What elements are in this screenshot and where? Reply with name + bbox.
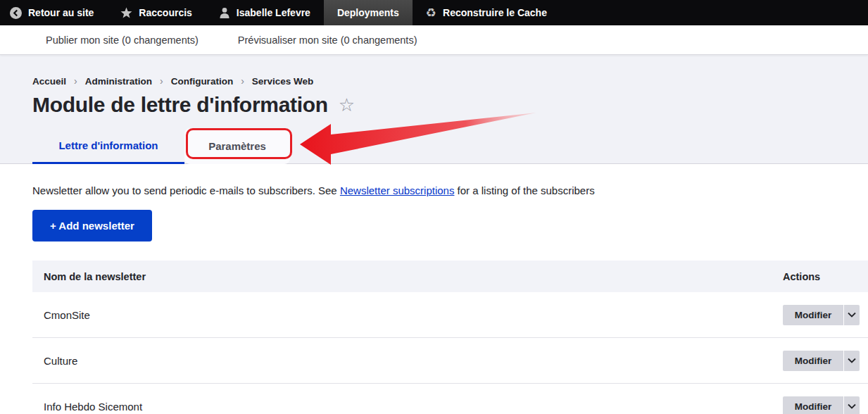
table-row: Culture Modifier <box>32 338 868 384</box>
modifier-dropdown-toggle[interactable] <box>843 305 860 325</box>
breadcrumb-separator: › <box>74 75 77 87</box>
row-action-split-button: Modifier <box>783 305 860 325</box>
breadcrumb-administration[interactable]: Administration <box>85 76 152 87</box>
description-text-after: for a listing of the subscribers <box>454 184 594 196</box>
publish-toolbar: Publier mon site (0 changements) Prévisu… <box>0 25 868 55</box>
breadcrumb-separator: › <box>241 75 244 87</box>
back-to-site-label: Retour au site <box>28 7 94 18</box>
table-row: CmonSite Modifier <box>32 292 868 338</box>
newsletter-description: Newsletter allow you to send periodic e-… <box>32 184 868 196</box>
breadcrumb-services-web[interactable]: Services Web <box>252 76 314 87</box>
chevron-down-icon <box>848 312 856 318</box>
recycle-icon: ♻ <box>426 7 436 19</box>
main-content: Newsletter allow you to send periodic e-… <box>0 184 868 414</box>
row-action-split-button: Modifier <box>783 351 860 371</box>
star-icon <box>120 7 132 19</box>
user-name-label: Isabelle Lefevre <box>237 7 310 18</box>
description-text-before: Newsletter allow you to send periodic e-… <box>32 184 340 196</box>
table-header-row: Nom de la newsletter Actions <box>32 261 868 292</box>
breadcrumb-configuration[interactable]: Configuration <box>171 76 233 87</box>
modifier-dropdown-toggle[interactable] <box>843 396 860 414</box>
newsletter-name: Culture <box>44 355 783 367</box>
newsletter-table: Nom de la newsletter Actions CmonSite Mo… <box>32 261 868 414</box>
modifier-button[interactable]: Modifier <box>783 351 843 371</box>
newsletter-subscriptions-link[interactable]: Newsletter subscriptions <box>340 184 455 196</box>
user-account-button[interactable]: Isabelle Lefevre <box>206 0 324 25</box>
deployments-tab[interactable]: Deployments <box>324 0 413 25</box>
modifier-button[interactable]: Modifier <box>783 305 843 325</box>
tab-parametres[interactable]: Paramètres <box>184 128 290 164</box>
newsletter-name: CmonSite <box>44 309 783 321</box>
preview-site-button[interactable]: Prévisualiser mon site (0 changements) <box>238 34 417 46</box>
newsletter-name: Info Hebdo Sicemont <box>44 401 783 413</box>
tab-lettre-d-information[interactable]: Lettre d'information <box>32 128 184 164</box>
page-header: Accueil › Administration › Configuration… <box>0 55 868 164</box>
tab-bar: Lettre d'information Paramètres <box>32 128 290 164</box>
row-action-split-button: Modifier <box>783 396 860 414</box>
shortcuts-label: Raccourcis <box>139 7 191 18</box>
rebuild-cache-label: Reconstruire le Cache <box>443 7 547 18</box>
chevron-down-icon <box>848 358 856 363</box>
breadcrumb-separator: › <box>160 75 163 87</box>
back-circle-icon <box>10 7 22 19</box>
breadcrumb-accueil[interactable]: Accueil <box>32 76 66 87</box>
modifier-button[interactable]: Modifier <box>783 396 843 414</box>
add-newsletter-button[interactable]: + Add newsletter <box>32 210 152 242</box>
rebuild-cache-button[interactable]: ♻ Reconstruire le Cache <box>413 0 560 25</box>
favorite-star-icon[interactable]: ☆ <box>339 94 355 115</box>
publish-site-button[interactable]: Publier mon site (0 changements) <box>46 34 199 46</box>
back-to-site-button[interactable]: Retour au site <box>0 0 107 25</box>
page-title: Module de lettre d'information <box>32 93 328 117</box>
admin-toolbar: Retour au site Raccourcis Isabelle Lefev… <box>0 0 868 25</box>
table-row: Info Hebdo Sicemont Modifier <box>32 384 868 414</box>
column-header-actions: Actions <box>783 271 860 282</box>
breadcrumb: Accueil › Administration › Configuration… <box>32 75 868 87</box>
chevron-down-icon <box>848 403 856 409</box>
user-icon <box>219 7 230 18</box>
deployments-label: Deployments <box>337 7 399 18</box>
shortcuts-button[interactable]: Raccourcis <box>107 0 205 25</box>
modifier-dropdown-toggle[interactable] <box>843 351 860 371</box>
column-header-name: Nom de la newsletter <box>44 271 783 282</box>
